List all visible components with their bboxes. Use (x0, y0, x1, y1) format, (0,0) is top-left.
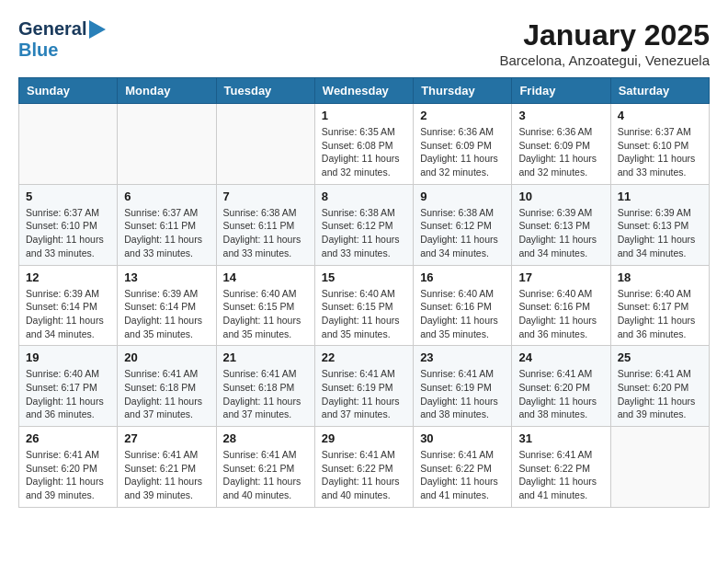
calendar-cell: 17Sunrise: 6:40 AM Sunset: 6:16 PM Dayli… (512, 265, 610, 346)
day-info: Sunrise: 6:41 AM Sunset: 6:22 PM Dayligh… (420, 448, 505, 502)
calendar-cell: 30Sunrise: 6:41 AM Sunset: 6:22 PM Dayli… (414, 427, 512, 508)
calendar-cell: 16Sunrise: 6:40 AM Sunset: 6:16 PM Dayli… (414, 265, 512, 346)
day-number: 18 (618, 270, 702, 284)
location: Barcelona, Anzoategui, Venezuela (499, 52, 710, 68)
day-info: Sunrise: 6:37 AM Sunset: 6:10 PM Dayligh… (618, 125, 702, 179)
calendar-cell: 15Sunrise: 6:40 AM Sunset: 6:15 PM Dayli… (314, 265, 413, 346)
calendar-cell: 27Sunrise: 6:41 AM Sunset: 6:21 PM Dayli… (118, 427, 216, 508)
day-info: Sunrise: 6:38 AM Sunset: 6:12 PM Dayligh… (322, 206, 406, 260)
day-info: Sunrise: 6:37 AM Sunset: 6:11 PM Dayligh… (124, 206, 209, 260)
day-number: 9 (420, 190, 505, 203)
calendar-cell: 12Sunrise: 6:39 AM Sunset: 6:14 PM Dayli… (19, 265, 118, 346)
day-info: Sunrise: 6:41 AM Sunset: 6:19 PM Dayligh… (420, 367, 505, 421)
calendar-cell: 3Sunrise: 6:36 AM Sunset: 6:09 PM Daylig… (512, 104, 610, 185)
col-thursday: Thursday (414, 78, 512, 104)
calendar-cell: 4Sunrise: 6:37 AM Sunset: 6:10 PM Daylig… (610, 104, 709, 185)
day-number: 16 (420, 270, 505, 284)
day-info: Sunrise: 6:41 AM Sunset: 6:22 PM Dayligh… (518, 448, 603, 502)
calendar-cell: 21Sunrise: 6:41 AM Sunset: 6:18 PM Dayli… (216, 346, 314, 427)
day-number: 6 (124, 190, 209, 203)
calendar-cell: 18Sunrise: 6:40 AM Sunset: 6:17 PM Dayli… (610, 265, 709, 346)
calendar-table: Sunday Monday Tuesday Wednesday Thursday… (18, 77, 710, 508)
calendar-week-row: 26Sunrise: 6:41 AM Sunset: 6:20 PM Dayli… (19, 427, 710, 508)
calendar-cell: 6Sunrise: 6:37 AM Sunset: 6:11 PM Daylig… (118, 184, 216, 265)
calendar-cell: 10Sunrise: 6:39 AM Sunset: 6:13 PM Dayli… (512, 184, 610, 265)
logo: General Blue (18, 18, 106, 61)
day-number: 5 (26, 190, 110, 203)
day-number: 15 (322, 270, 406, 284)
day-number: 11 (618, 190, 702, 203)
calendar-cell (610, 427, 709, 508)
day-number: 28 (223, 431, 308, 445)
calendar-cell: 7Sunrise: 6:38 AM Sunset: 6:11 PM Daylig… (216, 184, 314, 265)
day-info: Sunrise: 6:38 AM Sunset: 6:11 PM Dayligh… (223, 206, 308, 260)
day-info: Sunrise: 6:41 AM Sunset: 6:22 PM Dayligh… (322, 448, 406, 502)
day-info: Sunrise: 6:41 AM Sunset: 6:20 PM Dayligh… (618, 367, 702, 421)
day-number: 24 (518, 350, 603, 364)
day-info: Sunrise: 6:37 AM Sunset: 6:10 PM Dayligh… (26, 206, 110, 260)
calendar-cell (118, 104, 216, 185)
day-info: Sunrise: 6:40 AM Sunset: 6:16 PM Dayligh… (518, 287, 603, 341)
col-saturday: Saturday (610, 78, 709, 104)
calendar-cell: 13Sunrise: 6:39 AM Sunset: 6:14 PM Dayli… (118, 265, 216, 346)
title-block: January 2025 Barcelona, Anzoategui, Vene… (499, 18, 710, 68)
calendar-cell: 29Sunrise: 6:41 AM Sunset: 6:22 PM Dayli… (314, 427, 413, 508)
day-number: 4 (618, 109, 702, 122)
day-info: Sunrise: 6:35 AM Sunset: 6:08 PM Dayligh… (322, 125, 406, 179)
calendar-week-row: 19Sunrise: 6:40 AM Sunset: 6:17 PM Dayli… (19, 346, 710, 427)
day-number: 30 (420, 431, 505, 445)
calendar-cell: 28Sunrise: 6:41 AM Sunset: 6:21 PM Dayli… (216, 427, 314, 508)
calendar-cell: 31Sunrise: 6:41 AM Sunset: 6:22 PM Dayli… (512, 427, 610, 508)
calendar-cell: 9Sunrise: 6:38 AM Sunset: 6:12 PM Daylig… (414, 184, 512, 265)
day-number: 3 (518, 109, 603, 122)
calendar-header-row: Sunday Monday Tuesday Wednesday Thursday… (19, 78, 710, 104)
calendar-cell: 19Sunrise: 6:40 AM Sunset: 6:17 PM Dayli… (19, 346, 118, 427)
day-info: Sunrise: 6:36 AM Sunset: 6:09 PM Dayligh… (518, 125, 603, 179)
day-info: Sunrise: 6:40 AM Sunset: 6:17 PM Dayligh… (618, 287, 702, 341)
day-info: Sunrise: 6:41 AM Sunset: 6:19 PM Dayligh… (322, 367, 406, 421)
day-info: Sunrise: 6:39 AM Sunset: 6:14 PM Dayligh… (124, 287, 209, 341)
day-number: 21 (223, 350, 308, 364)
day-number: 8 (322, 190, 406, 203)
day-number: 26 (26, 431, 110, 445)
day-number: 12 (26, 270, 110, 284)
day-number: 27 (124, 431, 209, 445)
day-info: Sunrise: 6:41 AM Sunset: 6:21 PM Dayligh… (124, 448, 209, 502)
calendar-cell: 22Sunrise: 6:41 AM Sunset: 6:19 PM Dayli… (314, 346, 413, 427)
day-number: 25 (618, 350, 702, 364)
day-number: 20 (124, 350, 209, 364)
calendar-cell: 25Sunrise: 6:41 AM Sunset: 6:20 PM Dayli… (610, 346, 709, 427)
logo-general: General (18, 18, 86, 40)
calendar-cell: 11Sunrise: 6:39 AM Sunset: 6:13 PM Dayli… (610, 184, 709, 265)
day-number: 2 (420, 109, 505, 122)
calendar-cell: 2Sunrise: 6:36 AM Sunset: 6:09 PM Daylig… (414, 104, 512, 185)
day-number: 14 (223, 270, 308, 284)
day-info: Sunrise: 6:41 AM Sunset: 6:18 PM Dayligh… (223, 367, 308, 421)
day-info: Sunrise: 6:38 AM Sunset: 6:12 PM Dayligh… (420, 206, 505, 260)
calendar-cell: 20Sunrise: 6:41 AM Sunset: 6:18 PM Dayli… (118, 346, 216, 427)
day-info: Sunrise: 6:41 AM Sunset: 6:20 PM Dayligh… (518, 367, 603, 421)
day-number: 19 (26, 350, 110, 364)
calendar-week-row: 1Sunrise: 6:35 AM Sunset: 6:08 PM Daylig… (19, 104, 710, 185)
col-tuesday: Tuesday (216, 78, 314, 104)
day-info: Sunrise: 6:41 AM Sunset: 6:20 PM Dayligh… (26, 448, 110, 502)
day-number: 13 (124, 270, 209, 284)
col-friday: Friday (512, 78, 610, 104)
day-info: Sunrise: 6:40 AM Sunset: 6:15 PM Dayligh… (223, 287, 308, 341)
calendar-cell (216, 104, 314, 185)
page-header: General Blue January 2025 Barcelona, Anz… (18, 18, 710, 68)
day-info: Sunrise: 6:39 AM Sunset: 6:13 PM Dayligh… (518, 206, 603, 260)
day-number: 7 (223, 190, 308, 203)
day-info: Sunrise: 6:39 AM Sunset: 6:14 PM Dayligh… (26, 287, 110, 341)
day-number: 1 (322, 109, 406, 122)
calendar-cell: 26Sunrise: 6:41 AM Sunset: 6:20 PM Dayli… (19, 427, 118, 508)
calendar-cell: 5Sunrise: 6:37 AM Sunset: 6:10 PM Daylig… (19, 184, 118, 265)
calendar-cell: 1Sunrise: 6:35 AM Sunset: 6:08 PM Daylig… (314, 104, 413, 185)
day-number: 22 (322, 350, 406, 364)
calendar-cell: 23Sunrise: 6:41 AM Sunset: 6:19 PM Dayli… (414, 346, 512, 427)
calendar-week-row: 12Sunrise: 6:39 AM Sunset: 6:14 PM Dayli… (19, 265, 710, 346)
logo-blue: Blue (18, 40, 58, 60)
logo-arrow-icon (89, 20, 106, 39)
day-number: 10 (518, 190, 603, 203)
month-title: January 2025 (499, 18, 710, 52)
